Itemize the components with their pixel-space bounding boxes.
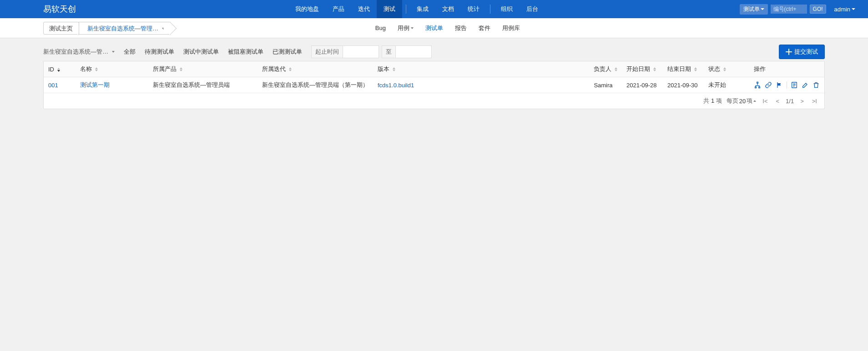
pager-next[interactable]: >	[798, 98, 806, 105]
col-iteration-label: 所属迭代	[262, 65, 286, 72]
breadcrumb: 测试主页 新生寝室自选系统—管理…	[43, 22, 171, 35]
col-name[interactable]: 名称	[76, 61, 148, 77]
cell-status: 未开始	[704, 77, 749, 93]
subnav-case-label: 用例	[398, 24, 409, 32]
topbar: 易软天创 我的地盘 产品 迭代 测试 集成 文档 统计 组织 后台 测试单 GO…	[0, 0, 868, 18]
search-go-button[interactable]: GO!	[810, 5, 826, 14]
col-product-label: 所属产品	[153, 65, 177, 72]
nav-docs[interactable]: 文档	[435, 0, 461, 18]
caret-down-icon	[112, 51, 115, 53]
pager-total: 共 1 项	[703, 97, 722, 105]
project-select[interactable]: 新生寝室自选系统—管…	[43, 48, 115, 56]
col-version-label: 版本	[378, 65, 389, 72]
col-owner[interactable]: 负责人	[589, 61, 622, 77]
subnav-case[interactable]: 用例	[398, 24, 414, 32]
caret-down-icon	[162, 28, 165, 30]
sort-icon	[393, 67, 395, 71]
col-id-label: ID	[48, 66, 54, 73]
nav-product[interactable]: 产品	[326, 0, 351, 18]
submit-test-label: 提交测试	[794, 48, 818, 56]
sort-icon	[694, 67, 697, 71]
content: 新生寝室自选系统—管… 全部 待测测试单 测试中测试单 被阻塞测试单 已测测试单…	[0, 38, 868, 114]
col-id[interactable]: ID	[44, 61, 76, 77]
sort-icon	[653, 67, 656, 71]
cell-id[interactable]: 001	[48, 82, 58, 89]
filter-tab-done[interactable]: 已测测试单	[273, 48, 302, 56]
pager: 共 1 项 每页 20 项 I< < 1/1 > >I	[44, 93, 824, 109]
date-range: 起止时间 至	[311, 45, 432, 58]
pager-perpage[interactable]: 每页 20 项	[727, 97, 756, 105]
search-type-select[interactable]: 测试单	[740, 4, 768, 15]
filter-tab-testing[interactable]: 测试中测试单	[183, 48, 219, 56]
breadcrumb-home[interactable]: 测试主页	[43, 22, 79, 35]
col-iteration[interactable]: 所属迭代	[257, 61, 373, 77]
caret-down-icon	[411, 27, 414, 29]
caret-down-icon	[761, 8, 764, 10]
sort-icon	[95, 67, 98, 71]
sub-nav: Bug 用例 测试单 报告 套件 用例库	[375, 24, 520, 32]
user-menu[interactable]: admin	[829, 6, 859, 13]
report-icon[interactable]	[791, 81, 798, 89]
nav-iteration[interactable]: 迭代	[351, 0, 377, 18]
table-row: 001 测试第一期 新生寝室自选系统—管理员端 新生寝室自选系统—管理员端（第一…	[44, 77, 824, 93]
sitemap-icon[interactable]	[754, 81, 761, 89]
nav-dashboard[interactable]: 我的地盘	[288, 0, 326, 18]
caret-up-icon	[753, 100, 756, 102]
sort-icon	[180, 67, 182, 71]
pager-last[interactable]: >I	[810, 98, 819, 105]
testtask-table: ID 名称 所属产品 所属迭代	[44, 61, 824, 93]
filter-tab-blocked[interactable]: 被阻塞测试单	[228, 48, 263, 56]
subnav-testtask[interactable]: 测试单	[425, 24, 443, 32]
col-start[interactable]: 开始日期	[622, 61, 663, 77]
nav-divider	[406, 5, 406, 14]
cell-name[interactable]: 测试第一期	[80, 81, 110, 88]
col-product[interactable]: 所属产品	[148, 61, 257, 77]
col-end[interactable]: 结束日期	[663, 61, 704, 77]
action-divider	[787, 81, 787, 89]
pager-prev[interactable]: <	[774, 98, 782, 105]
sort-icon	[615, 67, 617, 71]
cell-iteration: 新生寝室自选系统—管理员端（第一期）	[257, 77, 373, 93]
nav-backend[interactable]: 后台	[520, 0, 545, 18]
filter-tab-all[interactable]: 全部	[124, 48, 136, 56]
secondary-bar: 测试主页 新生寝室自选系统—管理… Bug 用例 测试单 报告 套件 用例库	[0, 18, 868, 38]
filter-tab-pending[interactable]: 待测测试单	[145, 48, 174, 56]
search-type-label: 测试单	[743, 5, 760, 13]
brand-logo: 易软天创	[43, 4, 76, 15]
subnav-suite[interactable]: 套件	[479, 24, 490, 32]
nav-stats[interactable]: 统计	[461, 0, 486, 18]
breadcrumb-current-label: 新生寝室自选系统—管理…	[87, 25, 158, 32]
date-to-label: 至	[382, 45, 395, 58]
subnav-caselib[interactable]: 用例库	[502, 24, 520, 32]
flag-icon[interactable]	[776, 81, 783, 89]
submit-test-button[interactable]: 提交测试	[779, 45, 825, 59]
pager-first[interactable]: I<	[761, 98, 769, 105]
cell-start: 2021-09-28	[622, 77, 663, 93]
col-status[interactable]: 状态	[704, 61, 749, 77]
cell-version[interactable]: fcds1.0.build1	[378, 82, 414, 89]
date-end-input[interactable]	[395, 45, 432, 58]
sort-icon	[57, 68, 60, 72]
subnav-report[interactable]: 报告	[455, 24, 467, 32]
date-start-label: 起止时间	[311, 45, 343, 58]
breadcrumb-current[interactable]: 新生寝室自选系统—管理…	[79, 22, 171, 35]
filter-bar: 新生寝室自选系统—管… 全部 待测测试单 测试中测试单 被阻塞测试单 已测测试单…	[43, 43, 825, 61]
plus-icon	[786, 49, 792, 55]
top-right: 测试单 GO! admin	[740, 4, 868, 15]
top-nav: 我的地盘 产品 迭代 测试 集成 文档 统计 组织 后台	[94, 0, 740, 18]
nav-org[interactable]: 组织	[494, 0, 520, 18]
col-version[interactable]: 版本	[373, 61, 589, 77]
edit-icon[interactable]	[802, 81, 809, 89]
row-actions	[754, 81, 820, 89]
delete-icon[interactable]	[812, 81, 820, 89]
col-status-label: 状态	[708, 65, 720, 72]
search-input[interactable]	[771, 5, 807, 14]
subnav-bug[interactable]: Bug	[375, 25, 386, 31]
nav-integration[interactable]: 集成	[410, 0, 435, 18]
date-start-input[interactable]	[343, 45, 379, 58]
cell-end: 2021-09-30	[663, 77, 704, 93]
link-icon[interactable]	[765, 81, 772, 89]
col-end-label: 结束日期	[667, 65, 691, 72]
table-header-row: ID 名称 所属产品 所属迭代	[44, 61, 824, 77]
nav-test[interactable]: 测试	[377, 0, 402, 18]
